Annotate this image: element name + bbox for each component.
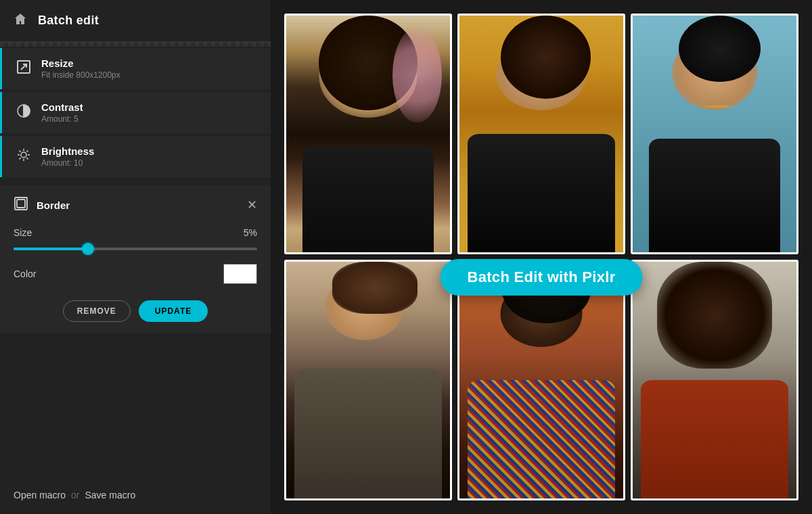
svg-rect-14 <box>17 200 25 208</box>
svg-line-1 <box>21 64 26 70</box>
brightness-icon <box>16 147 32 166</box>
size-param-row: Size 5% <box>14 227 257 238</box>
contrast-tool-text: Contrast Amount: 5 <box>41 101 83 124</box>
remove-button[interactable]: REMOVE <box>63 300 131 322</box>
color-label: Color <box>14 268 36 279</box>
brightness-tool-desc: Amount: 10 <box>41 158 94 168</box>
photo-card-3 <box>631 14 798 254</box>
svg-line-10 <box>26 158 28 159</box>
main-content: Batch Edit with Pixlr <box>271 0 812 514</box>
slider-fill <box>14 248 87 250</box>
border-title: Border <box>37 200 70 211</box>
size-label: Size <box>14 227 32 238</box>
brightness-tool-name: Brightness <box>41 145 94 157</box>
svg-point-4 <box>21 152 26 158</box>
sidebar: Batch edit Resize Fit inside 800x1200px … <box>0 0 271 514</box>
photo-card-4 <box>284 260 452 500</box>
resize-tool-name: Resize <box>41 57 120 69</box>
color-swatch[interactable] <box>223 264 257 284</box>
photo-card-2 <box>457 14 625 254</box>
update-button[interactable]: UPDATE <box>139 300 208 322</box>
svg-line-9 <box>20 151 21 152</box>
batch-edit-banner: Batch Edit with Pixlr <box>441 259 643 296</box>
border-header-left: Border <box>14 196 70 214</box>
border-icon <box>14 196 28 214</box>
tool-item-brightness[interactable]: Brightness Amount: 10 <box>0 136 271 177</box>
border-button-row: REMOVE UPDATE <box>14 300 257 322</box>
size-value: 5% <box>244 227 257 238</box>
border-header: Border ✕ <box>14 196 257 214</box>
tool-item-resize[interactable]: Resize Fit inside 800x1200px <box>0 48 271 89</box>
contrast-tool-desc: Amount: 5 <box>41 114 83 124</box>
page-title: Batch edit <box>38 14 99 28</box>
photo-card-1 <box>284 14 452 254</box>
sidebar-header: Batch edit <box>0 0 271 43</box>
macro-or-text: or <box>71 490 79 500</box>
resize-tool-desc: Fit inside 800x1200px <box>41 70 120 80</box>
slider-thumb[interactable] <box>82 243 94 255</box>
open-macro-link[interactable]: Open macro <box>14 490 66 500</box>
border-section: Border ✕ Size 5% Color REMOVE UPDATE <box>0 185 271 333</box>
photo-card-6 <box>631 260 798 500</box>
tool-item-contrast[interactable]: Contrast Amount: 5 <box>0 92 271 133</box>
home-icon[interactable] <box>14 12 27 29</box>
svg-line-12 <box>20 158 21 159</box>
brightness-tool-text: Brightness Amount: 10 <box>41 145 94 168</box>
save-macro-link[interactable]: Save macro <box>85 490 136 500</box>
macro-row: Open macro or Save macro <box>0 476 271 514</box>
contrast-tool-name: Contrast <box>41 101 83 113</box>
divider-stripe <box>0 43 271 47</box>
photo-card-5 <box>457 260 625 500</box>
slider-track <box>14 248 257 250</box>
svg-line-11 <box>26 151 28 152</box>
color-param-row: Color <box>14 264 257 284</box>
contrast-icon <box>16 103 32 122</box>
resize-tool-text: Resize Fit inside 800x1200px <box>41 57 120 80</box>
size-slider-container[interactable] <box>14 248 257 250</box>
resize-icon <box>16 60 32 78</box>
border-close-button[interactable]: ✕ <box>247 197 257 212</box>
